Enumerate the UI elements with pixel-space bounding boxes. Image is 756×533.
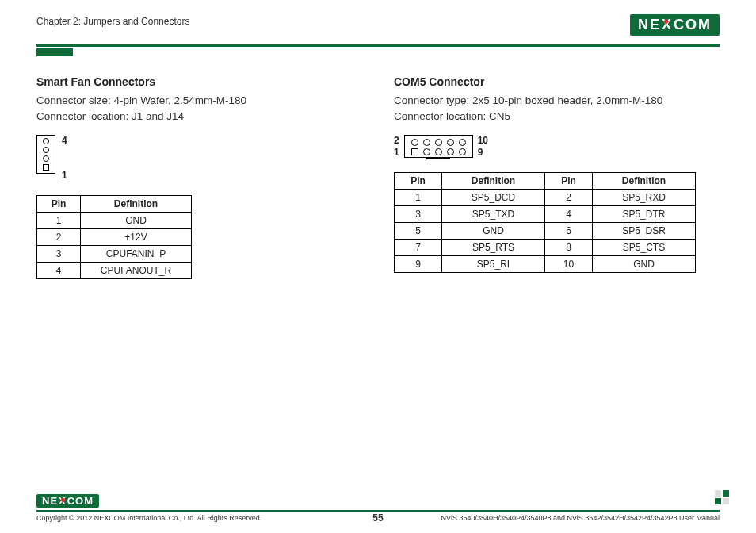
th-pin: Pin	[37, 196, 81, 213]
connector-size: Connector size: 4-pin Wafer, 2.54mm-M-18…	[36, 93, 362, 109]
footer-logo: NEXCOM	[36, 493, 720, 508]
diagram-pin-9: 9	[478, 147, 488, 158]
connector-type: Connector type: 2x5 10-pin boxed header,…	[394, 93, 720, 109]
smart-fan-diagram: 4 1	[36, 135, 362, 181]
com5-diagram: 2 1 10 9	[394, 135, 720, 158]
connector-location: Connector location: CN5	[394, 109, 720, 125]
th-def: Definition	[81, 196, 192, 213]
table-row: 3SP5_TXD4SP5_DTR	[395, 206, 696, 223]
smart-fan-table: PinDefinition 1GND 2+12V 3CPUFANIN_P 4CP…	[36, 195, 192, 279]
brand-logo: NEXCOM	[630, 14, 720, 36]
header-accent	[36, 48, 73, 56]
th-pin: Pin	[545, 173, 593, 190]
th-def: Definition	[442, 173, 545, 190]
table-row: 1GND	[37, 213, 192, 229]
connector-location: Connector location: J1 and J14	[36, 109, 362, 125]
page-number: 55	[36, 512, 720, 523]
header-rule	[36, 44, 720, 47]
diagram-pin-4: 4	[62, 135, 67, 146]
section-title: Smart Fan Connectors	[36, 75, 362, 88]
page-footer: NEXCOM Copyright © 2012 NEXCOM Internati…	[36, 493, 720, 522]
chapter-label: Chapter 2: Jumpers and Connectors	[36, 14, 189, 27]
table-row: 1SP5_DCD2SP5_RXD	[395, 190, 696, 206]
table-row: 2+12V	[37, 229, 192, 246]
table-row: 7SP5_RTS8SP5_CTS	[395, 240, 696, 256]
th-def: Definition	[593, 173, 696, 190]
diagram-pin-10: 10	[478, 135, 488, 146]
com5-table: Pin Definition Pin Definition 1SP5_DCD2S…	[394, 172, 696, 273]
table-row: 5GND6SP5_DSR	[395, 223, 696, 240]
section-title: COM5 Connector	[394, 75, 720, 88]
table-row: 9SP5_RI10GND	[395, 256, 696, 273]
com5-section: COM5 Connector Connector type: 2x5 10-pi…	[394, 75, 720, 279]
diagram-pin-1: 1	[394, 147, 399, 158]
th-pin: Pin	[395, 173, 442, 190]
smart-fan-section: Smart Fan Connectors Connector size: 4-p…	[36, 75, 362, 279]
diagram-pin-2: 2	[394, 135, 399, 146]
table-row: 4CPUFANOUT_R	[37, 263, 192, 279]
table-row: 3CPUFANIN_P	[37, 246, 192, 263]
footer-ornament	[715, 490, 729, 504]
diagram-pin-1: 1	[62, 170, 67, 181]
